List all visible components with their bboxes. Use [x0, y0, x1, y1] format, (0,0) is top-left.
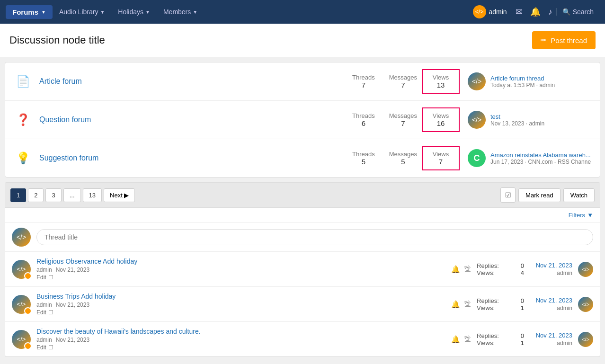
thread-avatar-2: </> — [12, 330, 31, 349]
thread-row-0: </> Religious Observance Add holiday adm… — [5, 252, 600, 287]
thread-stats-1: Replies: 0 Views: 1 — [477, 297, 524, 311]
latest-section-article: </> Article forum thread Today at 1:53 P… — [460, 72, 592, 90]
user-menu[interactable]: </> admin — [468, 5, 512, 18]
threads-value-1: 6 — [352, 119, 375, 127]
thread-end-date-0[interactable]: Nov 21, 2023 — [530, 262, 572, 269]
latest-title-1[interactable]: test — [490, 113, 592, 120]
post-thread-label: Post thread — [551, 36, 587, 44]
views-line-2: Views: 1 — [477, 339, 524, 346]
edit-row-1: Edit ☐ — [36, 309, 445, 316]
nav-brand-forums[interactable]: Forums ▼ — [6, 5, 53, 19]
thread-author-1: admin — [36, 302, 52, 308]
user-avatar-icon: </> — [473, 5, 486, 18]
select-all-checkbox[interactable]: ☑ — [500, 187, 516, 203]
views-stat-label-0: Views: — [477, 269, 495, 276]
page-btn-1[interactable]: 1 — [10, 188, 26, 202]
latest-title-2[interactable]: Amazon reinstates Alabama wareh... — [490, 151, 592, 159]
views-col-suggestion: Views 7 — [422, 146, 460, 170]
threads-stat-article: Threads 7 — [352, 74, 375, 89]
forum-row-article: 📄 Article forum Threads 7 Messages 7 Vie… — [5, 62, 600, 101]
search-button[interactable]: 🔍 Search — [556, 8, 599, 16]
mail-icon[interactable]: ✉ — [512, 0, 526, 24]
forum-stats-suggestion: Threads 5 Messages 5 — [352, 151, 417, 166]
bell-icon[interactable]: 🔔 — [526, 0, 544, 24]
watch-button[interactable]: Watch — [563, 188, 595, 202]
thread-avatar-1: </> — [12, 295, 31, 314]
thread-stats-2: Replies: 0 Views: 1 — [477, 332, 524, 346]
thread-title-input[interactable] — [36, 229, 593, 245]
filters-label: Filters — [569, 212, 585, 219]
replies-value-1: 0 — [515, 297, 524, 304]
filters-button[interactable]: Filters ▼ — [569, 212, 593, 219]
nav-item-audio-library[interactable]: Audio Library ▼ — [53, 0, 111, 24]
thread-row-1: </> Business Trips Add holiday admin Nov… — [5, 287, 600, 322]
forum-stats-article: Threads 7 Messages 7 — [352, 74, 417, 89]
threads-value-2: 5 — [352, 158, 375, 166]
pagination-row: 1 2 3 ... 13 Next ▶ ☑ Mark read Watch — [5, 182, 600, 208]
latest-meta-2: Jun 17, 2023 · CNN.com - RSS Channe — [490, 159, 592, 165]
messages-label-2: Messages — [389, 151, 417, 158]
replies-value-0: 0 — [515, 262, 524, 269]
replies-line-1: Replies: 0 — [477, 297, 524, 304]
question-forum-name[interactable]: Question forum — [39, 115, 347, 124]
thread-title-2[interactable]: Discover the beauty of Hawaii's landscap… — [36, 328, 445, 335]
article-forum-name[interactable]: Article forum — [39, 77, 347, 86]
views-stat-value-1: 1 — [515, 304, 524, 311]
suggestion-forum-name[interactable]: Suggestion forum — [39, 154, 347, 162]
replies-value-2: 0 — [515, 332, 524, 339]
landscape-icon-0: 🏝 — [464, 265, 471, 273]
next-page-button[interactable]: Next ▶ — [104, 188, 135, 202]
thread-actions-1: Nov 21, 2023 admin — [530, 297, 572, 311]
edit-checkbox-1[interactable]: ☐ — [48, 309, 53, 316]
thread-title-1[interactable]: Business Trips Add holiday — [36, 293, 445, 300]
thread-end-author-2: admin — [530, 340, 572, 346]
threads-value-0: 7 — [352, 81, 375, 89]
latest-info-0: Article forum thread Today at 1:53 PM · … — [490, 75, 592, 89]
messages-value-0: 7 — [389, 81, 417, 89]
messages-value-1: 7 — [389, 119, 417, 127]
views-value-0: 13 — [432, 81, 449, 89]
thread-meta-0: admin Nov 21, 2023 — [36, 266, 445, 273]
latest-section-question: </> test Nov 13, 2023 · admin — [460, 111, 592, 129]
thread-icons-0: 🔔 🏝 — [451, 265, 471, 274]
messages-value-2: 5 — [389, 158, 417, 166]
page-btn-2[interactable]: 2 — [28, 188, 44, 202]
page-btn-13[interactable]: 13 — [83, 188, 102, 202]
views-stat-label-1: Views: — [477, 304, 495, 311]
thread-end-author-0: admin — [530, 270, 572, 276]
music-icon[interactable]: ♪ — [544, 0, 556, 24]
views-line-1: Views: 1 — [477, 304, 524, 311]
threads-label-2: Threads — [352, 151, 375, 158]
post-thread-button[interactable]: ✏ Post thread — [532, 31, 596, 49]
messages-stat-article: Messages 7 — [389, 74, 417, 89]
replies-line-2: Replies: 0 — [477, 332, 524, 339]
page-numbers: 1 2 3 ... 13 Next ▶ — [10, 188, 135, 202]
landscape-icon-1: 🏝 — [464, 300, 471, 308]
forum-row-suggestion: 💡 Suggestion forum Threads 5 Messages 5 … — [5, 139, 600, 177]
latest-title-0[interactable]: Article forum thread — [490, 75, 592, 82]
views-col-question: Views 16 — [422, 107, 460, 132]
edit-row-0: Edit ☐ — [36, 274, 445, 281]
edit-checkbox-2[interactable]: ☐ — [48, 344, 53, 351]
latest-avatar-1: </> — [468, 111, 486, 129]
mark-read-button[interactable]: Mark read — [518, 188, 561, 202]
page-header: Discussion node title ✏ Post thread — [0, 24, 605, 57]
threads-label-1: Threads — [352, 112, 375, 119]
thread-title-0[interactable]: Religious Observance Add holiday — [36, 257, 445, 265]
username-label: admin — [489, 8, 507, 16]
thread-end-date-2[interactable]: Nov 21, 2023 — [530, 332, 572, 339]
edit-checkbox-0[interactable]: ☐ — [48, 274, 53, 281]
thread-date-2: Nov 21, 2023 — [56, 337, 89, 343]
forums-dropdown-arrow: ▼ — [41, 9, 46, 15]
forum-info-article: Article forum — [34, 77, 352, 86]
thread-main-1: Business Trips Add holiday admin Nov 21,… — [36, 293, 445, 316]
edit-label-1: Edit — [36, 309, 46, 316]
views-line-0: Views: 4 — [477, 269, 524, 276]
nav-item-holidays[interactable]: Holidays ▼ — [111, 0, 157, 24]
nav-item-members[interactable]: Members ▼ — [157, 0, 204, 24]
latest-info-1: test Nov 13, 2023 · admin — [490, 113, 592, 127]
article-forum-icon: 📄 — [13, 71, 34, 92]
page-btn-3[interactable]: 3 — [45, 188, 61, 202]
thread-end-date-1[interactable]: Nov 21, 2023 — [530, 297, 572, 304]
page-btn-ellipsis[interactable]: ... — [63, 188, 81, 202]
